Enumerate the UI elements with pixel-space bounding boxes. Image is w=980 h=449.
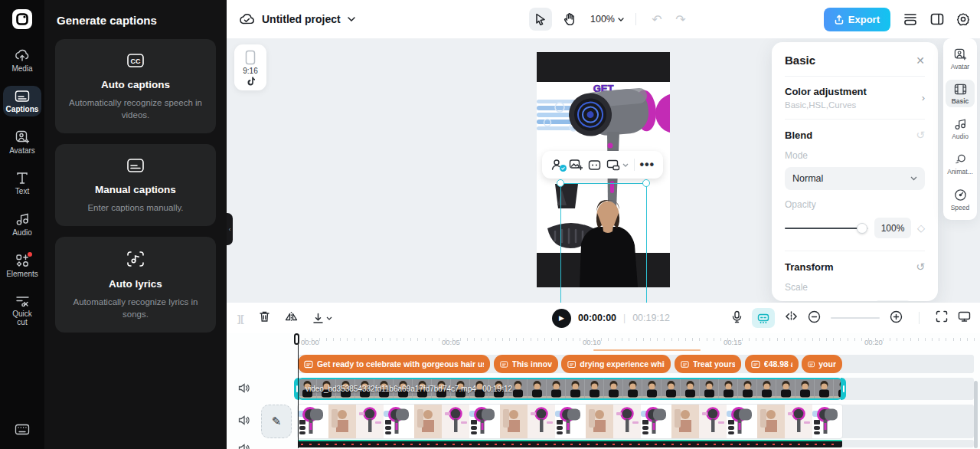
opacity-slider[interactable] (785, 223, 868, 234)
app-logo[interactable] (12, 9, 32, 29)
selection-top-edge[interactable] (560, 183, 647, 184)
settings-button[interactable] (956, 12, 970, 26)
caption-clip[interactable]: This innovati (494, 355, 558, 373)
layout-icon (930, 13, 944, 25)
ruler-tick: 00:00 (301, 338, 319, 346)
timeline-zoom-out-button[interactable] (808, 310, 821, 326)
project-name[interactable]: Untitled project (262, 13, 341, 25)
transform-reset-icon[interactable]: ↺ (916, 261, 925, 273)
panel-collapse-handle[interactable]: ‹ (227, 213, 233, 245)
selection-right-edge[interactable] (646, 183, 647, 303)
tab-label: Speed (951, 204, 970, 211)
clip-floating-toolbar: ••• (542, 151, 663, 179)
timeline-scrollbar[interactable] (974, 381, 978, 448)
audio-clip[interactable] (298, 440, 842, 447)
tab-animation[interactable]: Animat... (946, 149, 975, 178)
app-window: Media Captions Avatars (0, 0, 980, 449)
hand-tool-button[interactable] (557, 8, 580, 31)
track-mute-button[interactable] (238, 382, 250, 396)
blend-mode-value: Normal (792, 173, 823, 184)
film-icon (954, 84, 967, 95)
sidebar-item-quick-cut[interactable]: Quick cut (3, 291, 41, 329)
blend-mode-select[interactable]: Normal (785, 167, 925, 190)
opacity-keyframe-icon[interactable]: ◇ (917, 222, 925, 234)
avatar-add-icon (954, 48, 967, 61)
avatar-effect-button[interactable] (550, 159, 564, 171)
scale-value[interactable]: 65% (874, 300, 911, 301)
selected-video-clip[interactable]: video_bd353854332fd11b6a69a17fd7bd74c7.m… (298, 378, 842, 400)
undo-button[interactable]: ↶ (648, 12, 666, 27)
sidebar-item-label: Text (15, 187, 29, 195)
selection-handle-right[interactable] (642, 179, 650, 187)
caption-clip-icon (304, 360, 313, 369)
delete-button[interactable] (259, 310, 270, 326)
sidebar-item-media[interactable]: Media (3, 44, 41, 76)
sidebar-item-captions[interactable]: Captions (3, 86, 41, 116)
card-title: Auto lyrics (109, 278, 162, 290)
tab-speed[interactable]: Speed (946, 185, 975, 214)
mode-label: Mode (785, 150, 925, 161)
video-clip-track2[interactable] (298, 405, 842, 438)
layout-panels-button[interactable] (930, 13, 944, 25)
playhead-handle[interactable] (294, 333, 299, 345)
split-clip-icon (785, 311, 798, 322)
export-button[interactable]: Export (824, 8, 890, 31)
close-icon[interactable]: ✕ (916, 54, 925, 67)
tab-audio[interactable]: Audio (946, 114, 975, 143)
caption-clip[interactable]: Treat yoursel (675, 355, 741, 373)
zoom-out-icon (808, 310, 821, 323)
tab-avatar[interactable]: Avatar (946, 44, 975, 73)
download-button[interactable] (312, 313, 332, 324)
sidebar-item-text[interactable]: Text (3, 168, 41, 198)
tab-basic[interactable]: Basic (946, 80, 975, 107)
sidebar-item-avatars[interactable]: Avatars (3, 126, 41, 158)
color-adjustment-row[interactable]: Color adjustment Basic,HSL,Curves › (785, 86, 925, 110)
ruler-tick: 00:05 (442, 338, 460, 346)
avatar-add-icon (15, 130, 30, 144)
fit-timeline-button[interactable] (936, 310, 948, 326)
picture-in-picture-icon (606, 159, 620, 171)
redo-button[interactable]: ↷ (671, 12, 690, 27)
timeline-zoom-in-button[interactable] (890, 310, 903, 326)
aspect-ratio-card[interactable]: 9:16 (234, 44, 266, 90)
opacity-value[interactable]: 100% (874, 218, 911, 238)
zoom-level: 100% (590, 14, 615, 25)
auto-captions-card[interactable]: CC Auto captions Automatically recognize… (55, 39, 216, 133)
download-icon (312, 313, 324, 324)
canvas-zoom-select[interactable]: 100% (590, 14, 624, 25)
mirror-button[interactable] (285, 311, 298, 326)
clip-trim-handle-right[interactable] (841, 378, 846, 400)
split-button[interactable] (785, 311, 798, 325)
caption-clip[interactable]: €48.98 a (745, 355, 799, 373)
timeline-zoom-slider[interactable] (831, 317, 880, 319)
manual-captions-card[interactable]: Manual captions Enter captions manually. (55, 144, 216, 226)
more-options-button[interactable]: ••• (639, 158, 655, 172)
auto-lyrics-card[interactable]: Auto lyrics Automatically recognize lyri… (55, 237, 216, 333)
play-button[interactable]: ▶ (552, 309, 571, 328)
edit-track-button[interactable]: ✎ (261, 405, 292, 438)
render-queue-button[interactable] (903, 13, 918, 26)
sidebar-item-audio[interactable]: Audio (3, 208, 41, 240)
caption-clip[interactable]: drying experience while e (561, 355, 671, 373)
caption-style-button[interactable] (588, 159, 601, 171)
caption-clip[interactable]: your h (802, 355, 842, 373)
select-tool-button[interactable] (529, 8, 552, 31)
caption-text: Treat yoursel (693, 359, 735, 369)
replace-image-button[interactable] (569, 159, 583, 171)
sidebar-item-elements[interactable]: Elements (3, 250, 41, 281)
keyboard-shortcuts-button[interactable] (15, 424, 30, 438)
selection-handle-left[interactable] (557, 179, 564, 187)
sidebar-item-label: Elements (6, 270, 38, 278)
chevron-down-icon[interactable] (348, 17, 355, 21)
sidebar-item-label: Audio (12, 228, 32, 237)
pip-button[interactable] (606, 159, 629, 171)
auto-captions-active-button[interactable] (752, 308, 775, 328)
selection-left-edge[interactable] (560, 183, 561, 303)
preview-display-button[interactable] (958, 311, 971, 326)
caption-clip[interactable]: Get ready to celebrate with gorgeous hai… (298, 355, 490, 373)
upload-icon (835, 15, 844, 25)
blend-reset-icon[interactable]: ↺ (916, 129, 925, 141)
track-mute-button[interactable] (238, 415, 250, 428)
track-mute-button[interactable] (238, 443, 250, 449)
voiceover-button[interactable] (732, 310, 742, 326)
